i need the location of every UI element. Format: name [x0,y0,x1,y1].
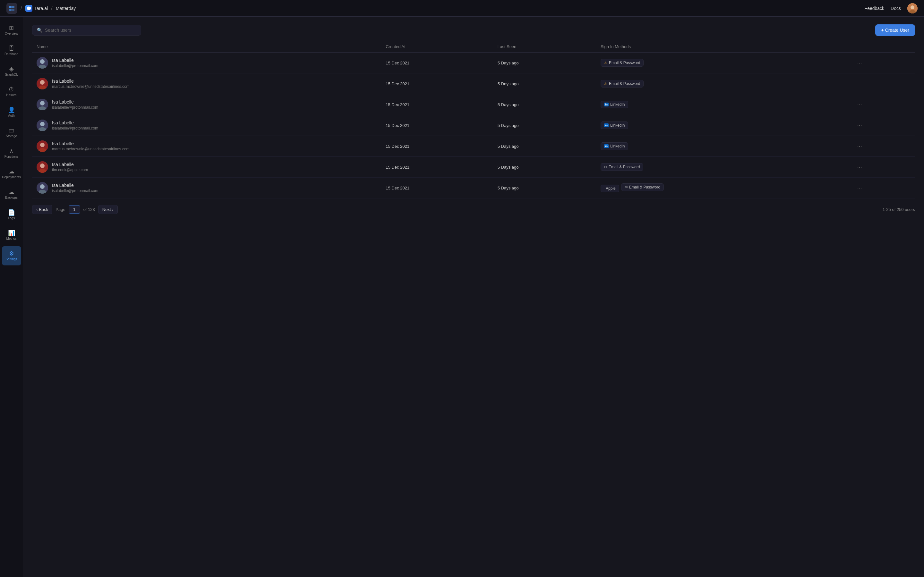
table-row: Isa Labelle tim.cook@apple.com 15 Dec 20… [32,157,915,177]
hasura-label: Hasura [6,93,16,97]
row-more-button[interactable]: ··· [855,163,865,172]
sidebar-item-overview[interactable]: ⊞ Overview [2,21,21,40]
pagination-summary: 1-25 of 250 users [883,207,915,212]
backups-label: Backups [5,196,17,199]
signin-methods-cell: ⚠Email & Password [596,53,850,73]
row-more-button[interactable]: ··· [855,79,865,89]
actions-cell: ··· [850,94,915,115]
user-avatar[interactable] [907,3,918,13]
table-row: Isa Labelle isalabelle@protonmail.com 15… [32,94,915,115]
last-seen-cell: 5 Days ago [493,73,596,94]
user-avatar-img [37,57,48,69]
user-info: Isa Labelle marcus.mcbrownie@unitedstate… [37,140,376,152]
sidebar-item-database[interactable]: 🗄 Database [2,41,21,60]
svg-point-5 [911,5,914,9]
sidebar-item-deployments[interactable]: ☁ Deployments [2,164,21,183]
deployments-label: Deployments [2,176,21,179]
created-at-cell: 15 Dec 2021 [381,177,493,198]
metrics-label: Metrics [6,237,16,240]
back-button[interactable]: ‹ Back [32,205,52,214]
last-seen-cell: 5 Days ago [493,53,596,73]
user-avatar-img [37,99,48,110]
row-more-button[interactable]: ··· [855,142,865,151]
row-more-button[interactable]: ··· [855,58,865,68]
brand-link[interactable]: Tara.ai [25,5,48,12]
next-button[interactable]: Next › [98,205,118,214]
metrics-icon: 📊 [8,230,15,236]
created-at-cell: 15 Dec 2021 [381,94,493,115]
actions-cell: ··· [850,53,915,73]
table-row: Isa Labelle marcus.mcbrownie@unitedstate… [32,73,915,94]
user-display-name: Isa Labelle [52,99,98,105]
row-more-button[interactable]: ··· [855,183,865,193]
user-name-cell: Isa Labelle tim.cook@apple.com [32,157,381,177]
svg-point-26 [40,184,45,189]
database-label: Database [5,53,18,56]
user-email-text: marcus.mcbrownie@unitedstatesairlines.co… [52,84,129,89]
created-at-cell: 15 Dec 2021 [381,157,493,177]
user-display-name: Isa Labelle [52,58,98,63]
sidebar-item-functions[interactable]: λ Functions [2,143,21,163]
sidebar-item-auth[interactable]: 👤 Auth [2,103,21,122]
user-avatar-img [37,119,48,131]
sidebar-item-settings[interactable]: ⚙ Settings [2,246,21,266]
sidebar-item-logs[interactable]: 📄 Logs [2,205,21,224]
sidebar-item-graphql[interactable]: ◈ GraphQL [2,61,21,81]
sidebar-item-metrics[interactable]: 📊 Metrics [2,226,21,245]
created-at-cell: 15 Dec 2021 [381,53,493,73]
last-seen-cell: 5 Days ago [493,115,596,136]
warning-icon: ⚠ [604,82,607,86]
topnav: / Tara.ai / Matterday Feedback Docs [0,0,924,17]
logs-icon: 📄 [8,210,15,215]
app-logo[interactable] [6,3,17,14]
search-icon: 🔍 [37,27,42,33]
user-name-cell: Isa Labelle marcus.mcbrownie@unitedstate… [32,136,381,157]
created-at-cell: 15 Dec 2021 [381,73,493,94]
search-box[interactable]: 🔍 [32,25,141,35]
overview-icon: ⊞ [9,25,14,31]
functions-icon: λ [10,148,13,154]
next-label: Next [102,207,111,212]
signin-badge: inLinkedIn [601,142,628,150]
table-row: Isa Labelle isalabelle@protonmail.com 15… [32,115,915,136]
user-email-text: isalabelle@protonmail.com [52,189,98,193]
sidebar-item-hasura[interactable]: ⏱ Hasura [2,82,21,101]
user-display-name: Isa Labelle [52,79,129,84]
feedback-link[interactable]: Feedback [865,6,884,11]
auth-label: Auth [8,114,15,117]
row-more-button[interactable]: ··· [855,121,865,130]
last-seen-cell: 5 Days ago [493,177,596,198]
page-number[interactable]: 1 [69,205,80,214]
badge-label: LinkedIn [610,102,625,107]
user-avatar-img [37,78,48,89]
badge-label: Email & Password [609,165,640,169]
sidebar-item-backups[interactable]: ☁ Backups [2,185,21,204]
badge-label: Email & Password [629,185,660,189]
table-body: Isa Labelle isalabelle@protonmail.com 15… [32,53,915,198]
row-more-button[interactable]: ··· [855,100,865,109]
table-row: Isa Labelle isalabelle@protonmail.com 15… [32,53,915,73]
col-created: Created At [381,41,493,53]
user-name-cell: Isa Labelle isalabelle@protonmail.com [32,115,381,136]
actions-cell: ··· [850,115,915,136]
project-name[interactable]: Matterday [56,6,76,11]
create-user-button[interactable]: + Create User [875,24,915,36]
user-info: Isa Labelle isalabelle@protonmail.com [37,119,376,131]
docs-link[interactable]: Docs [891,6,901,11]
search-input[interactable] [45,27,136,33]
created-at-cell: 15 Dec 2021 [381,136,493,157]
actions-cell: ··· [850,177,915,198]
topnav-left: / Tara.ai / Matterday [6,3,865,14]
col-actions [850,41,915,53]
table-row: Isa Labelle isalabelle@protonmail.com 15… [32,177,915,198]
brand-icon [25,5,32,12]
badge-label: Email & Password [609,81,640,86]
sidebar-item-storage[interactable]: 🗃 Storage [2,123,21,142]
svg-point-17 [40,122,45,126]
user-display-name: Isa Labelle [52,120,98,125]
deployments-icon: ☁ [9,169,15,174]
user-info: Isa Labelle tim.cook@apple.com [37,161,376,173]
settings-label: Settings [5,258,17,261]
table-header: Name Created At Last Seen Sign In Method… [32,41,915,53]
signin-methods-cell: Apple✉Email & Password [596,177,850,198]
